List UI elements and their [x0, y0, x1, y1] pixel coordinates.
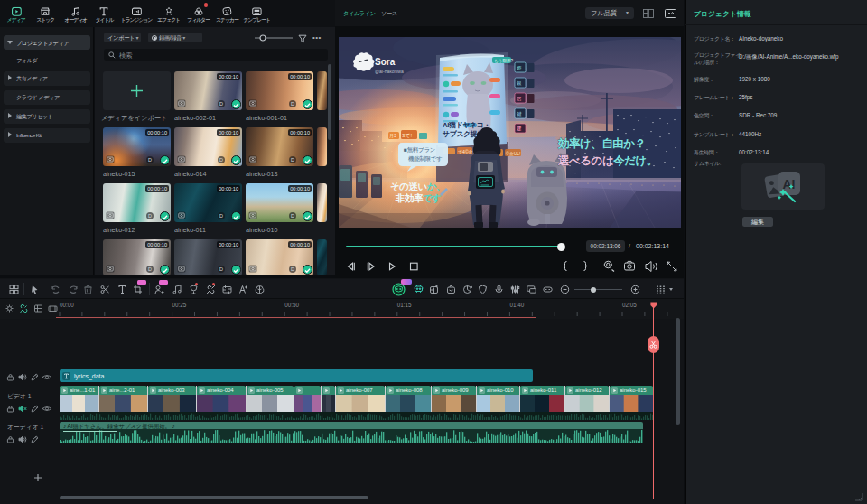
- svg-text:姫: 姫: [517, 65, 522, 70]
- svg-text:月3: 月3: [389, 133, 396, 139]
- svg-text:鍵: 鍵: [517, 111, 522, 117]
- svg-text:機能制限です: 機能制限です: [408, 155, 443, 163]
- svg-text:で4©金!: で4©金!: [458, 149, 474, 154]
- svg-text:Sora: Sora: [375, 57, 396, 67]
- svg-text:非効率です: 非効率です: [395, 192, 442, 204]
- svg-text:@ai-hakoniwa: @ai-hakoniwa: [375, 69, 404, 74]
- svg-text:AI: AI: [783, 177, 796, 191]
- svg-text:選べるのは今だけ。: 選べるのは今だけ。: [557, 154, 657, 167]
- svg-text:©金UL!: ©金UL!: [506, 151, 520, 156]
- svg-text:建: 建: [516, 126, 522, 132]
- svg-text:その迷いか、: その迷いか、: [390, 181, 445, 191]
- svg-text:効率け、自由か？: 効率け、自由か？: [557, 137, 646, 150]
- svg-text:居: 居: [517, 96, 522, 101]
- svg-text:■無料プラン: ■無料プラン: [404, 146, 435, 154]
- svg-text:3で!: 3で!: [402, 133, 412, 138]
- svg-text:銀: 銀: [517, 80, 522, 86]
- svg-text:AI猫ドヤネコ・: AI猫ドヤネコ・: [443, 121, 490, 129]
- svg-text:もう限界?: もう限界?: [494, 59, 514, 63]
